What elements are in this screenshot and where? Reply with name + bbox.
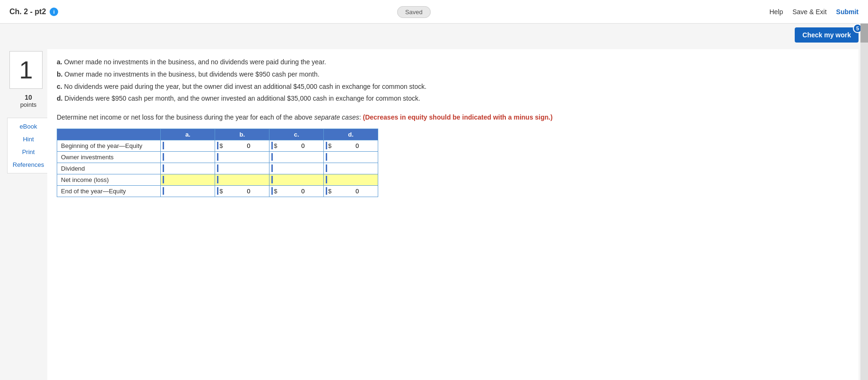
cell-input-1-b[interactable]	[219, 153, 248, 162]
cell-input-0-a[interactable]	[165, 141, 193, 150]
col-header-a: a.	[161, 129, 215, 140]
print-link[interactable]: Print	[8, 147, 49, 157]
cell-0-a[interactable]	[161, 140, 215, 151]
cell-0-c[interactable]: $	[269, 140, 324, 151]
hint-link[interactable]: Hint	[8, 134, 49, 145]
case-c: c. No dividends were paid during the yea…	[57, 81, 849, 93]
references-link[interactable]: References	[8, 159, 49, 170]
cell-4-b[interactable]: $	[215, 185, 269, 197]
cell-input-3-a[interactable]	[165, 175, 193, 184]
cell-left-marker	[217, 176, 218, 183]
case-a: a. Owner made no investments in the busi…	[57, 57, 849, 68]
info-icon[interactable]: i	[50, 8, 58, 16]
cell-left-marker	[217, 153, 218, 161]
cell-1-d[interactable]	[324, 151, 378, 163]
cell-input-2-a[interactable]	[165, 164, 193, 173]
row-label-0: Beginning of the year—Equity	[57, 140, 161, 151]
cell-input-1-c[interactable]	[274, 153, 302, 162]
scrollbar[interactable]	[860, 24, 868, 380]
cell-2-b[interactable]	[215, 163, 269, 174]
cell-left-marker	[271, 176, 273, 183]
cell-3-c[interactable]	[269, 174, 324, 185]
cell-input-4-b[interactable]	[224, 187, 252, 196]
saved-status: Saved	[397, 8, 431, 16]
cell-1-a[interactable]	[161, 151, 215, 163]
cell-4-a[interactable]	[161, 185, 215, 197]
cell-left-marker	[271, 142, 273, 149]
check-my-work-button[interactable]: Check my work 5	[795, 27, 859, 43]
cell-left-marker	[217, 164, 218, 172]
cell-left-marker	[163, 153, 164, 161]
row-label-1: Owner investments	[57, 151, 161, 163]
header-right: Help Save & Exit Submit	[769, 8, 859, 16]
ebook-link[interactable]: eBook	[8, 121, 49, 132]
cell-left-marker	[163, 164, 164, 172]
cell-left-marker	[163, 187, 164, 195]
instruction-text: Determine net income or net loss for the…	[57, 112, 849, 122]
cell-input-3-c[interactable]	[274, 175, 302, 184]
cell-4-c[interactable]: $	[269, 185, 324, 197]
cell-input-2-c[interactable]	[274, 164, 302, 173]
cell-left-marker	[163, 142, 164, 149]
cell-input-2-d[interactable]	[328, 164, 356, 173]
cell-3-a[interactable]	[161, 174, 215, 185]
cell-input-0-c[interactable]	[278, 141, 306, 150]
cell-input-4-c[interactable]	[278, 187, 306, 196]
sidebar-links: eBook Hint Print References	[7, 118, 50, 173]
saved-badge: Saved	[397, 6, 431, 18]
cell-3-d[interactable]	[324, 174, 378, 185]
cell-left-marker	[326, 164, 327, 172]
header: Ch. 2 - pt2 i Saved Help Save & Exit Sub…	[0, 0, 868, 24]
dollar-prefix: $	[219, 142, 223, 149]
cell-2-c[interactable]	[269, 163, 324, 174]
cell-input-1-d[interactable]	[328, 153, 356, 162]
cell-input-0-b[interactable]	[224, 141, 252, 150]
submit-link[interactable]: Submit	[836, 8, 859, 16]
table-row: Owner investments	[57, 151, 378, 163]
instruction-bold-red: (Decreases in equity should be indicated…	[361, 113, 553, 121]
points-value: 10	[20, 94, 37, 101]
question-number: 1	[19, 56, 33, 84]
cell-input-4-d[interactable]	[332, 187, 361, 196]
question-cases: a. Owner made no investments in the busi…	[57, 57, 849, 104]
dollar-prefix: $	[274, 142, 277, 149]
cell-input-2-b[interactable]	[219, 164, 248, 173]
col-header-c: c.	[269, 129, 324, 140]
cell-input-3-d[interactable]	[328, 175, 356, 184]
cell-2-d[interactable]	[324, 163, 378, 174]
cell-left-marker	[217, 187, 218, 195]
cell-left-marker	[326, 187, 327, 195]
cell-left-marker	[271, 164, 273, 172]
cell-0-d[interactable]: $	[324, 140, 378, 151]
row-label-3: Net income (loss)	[57, 174, 161, 185]
equity-table: a. b. c. d. Beginning of the year—Equity…	[57, 129, 378, 197]
cell-1-c[interactable]	[269, 151, 324, 163]
points-container: 10 points	[20, 94, 37, 108]
cell-2-a[interactable]	[161, 163, 215, 174]
col-header-b: b.	[215, 129, 269, 140]
case-d: d. Dividends were $950 cash per month, a…	[57, 93, 849, 104]
cell-left-marker	[163, 176, 164, 183]
dollar-prefix: $	[328, 142, 331, 149]
cell-left-marker	[326, 142, 327, 149]
scroll-thumb[interactable]	[860, 24, 868, 43]
main-content: 1 10 points eBook Hint Print References …	[0, 44, 868, 380]
cell-input-0-d[interactable]	[332, 141, 361, 150]
cell-left-marker	[271, 153, 273, 161]
save-exit-link[interactable]: Save & Exit	[792, 8, 826, 16]
dollar-prefix: $	[274, 188, 277, 195]
cell-0-b[interactable]: $	[215, 140, 269, 151]
cell-input-3-b[interactable]	[219, 175, 248, 184]
help-link[interactable]: Help	[769, 8, 783, 16]
cell-left-marker	[217, 142, 218, 149]
cell-left-marker	[271, 187, 273, 195]
row-label-2: Dividend	[57, 163, 161, 174]
cell-input-1-a[interactable]	[165, 153, 193, 162]
table-row: Net income (loss)	[57, 174, 378, 185]
case-b: b. Owner made no investments in the busi…	[57, 69, 849, 80]
cell-input-4-a[interactable]	[165, 187, 193, 196]
cell-1-b[interactable]	[215, 151, 269, 163]
cell-4-d[interactable]: $	[324, 185, 378, 197]
col-header-d: d.	[324, 129, 378, 140]
cell-3-b[interactable]	[215, 174, 269, 185]
